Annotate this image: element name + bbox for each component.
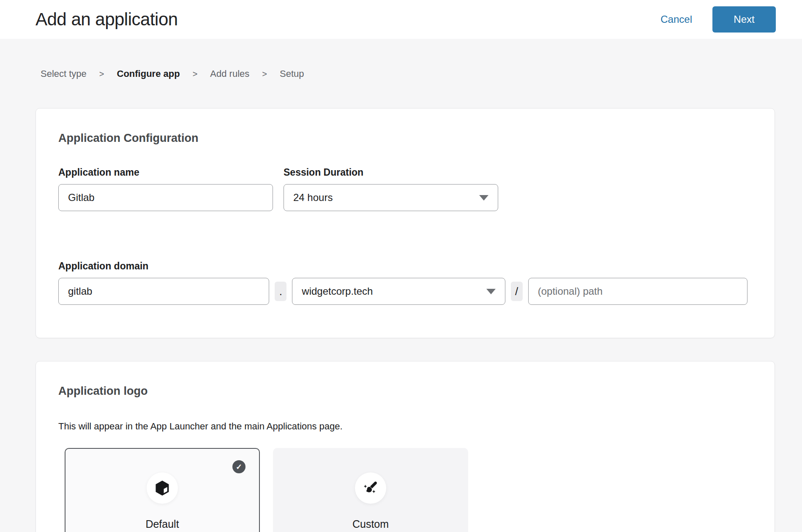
subdomain-input[interactable] bbox=[58, 278, 269, 305]
application-domain-label: Application domain bbox=[58, 261, 747, 272]
session-duration-group: Session Duration 24 hours bbox=[284, 167, 498, 211]
breadcrumb-separator: > bbox=[193, 69, 198, 79]
slash-separator: / bbox=[511, 282, 523, 301]
application-logo-card: Application logo This will appear in the… bbox=[35, 361, 775, 532]
breadcrumb: Select type > Configure app > Add rules … bbox=[41, 68, 802, 79]
session-duration-select[interactable]: 24 hours bbox=[284, 184, 498, 211]
application-name-input[interactable] bbox=[58, 184, 273, 211]
logo-option-default[interactable]: ✓ Default bbox=[65, 448, 260, 532]
breadcrumb-separator: > bbox=[262, 69, 267, 79]
custom-logo-circle bbox=[355, 472, 386, 504]
session-duration-value: 24 hours bbox=[293, 192, 333, 204]
next-button[interactable]: Next bbox=[712, 6, 776, 33]
logo-option-label: Default bbox=[145, 518, 179, 530]
application-name-group: Application name bbox=[58, 167, 273, 211]
default-logo-circle bbox=[147, 472, 178, 504]
logo-options-row: ✓ Default Custom bbox=[65, 448, 747, 532]
check-icon: ✓ bbox=[232, 460, 246, 473]
breadcrumb-step-select-type[interactable]: Select type bbox=[41, 68, 87, 79]
logo-option-label: Custom bbox=[352, 518, 389, 530]
paintbrush-icon bbox=[362, 480, 379, 497]
cancel-button[interactable]: Cancel bbox=[660, 14, 692, 25]
path-input[interactable] bbox=[528, 278, 747, 305]
breadcrumb-step-setup[interactable]: Setup bbox=[280, 68, 304, 79]
application-logo-description: This will appear in the App Launcher and… bbox=[58, 421, 747, 432]
logo-option-custom[interactable]: Custom bbox=[273, 448, 468, 532]
application-domain-row: . widgetcorp.tech / bbox=[58, 278, 747, 305]
domain-select[interactable]: widgetcorp.tech bbox=[292, 278, 505, 305]
breadcrumb-step-configure-app[interactable]: Configure app bbox=[117, 68, 180, 79]
cube-icon bbox=[154, 480, 171, 497]
breadcrumb-step-add-rules[interactable]: Add rules bbox=[210, 68, 249, 79]
session-duration-label: Session Duration bbox=[284, 167, 498, 178]
chevron-down-icon bbox=[486, 289, 496, 294]
application-configuration-card: Application Configuration Application na… bbox=[35, 108, 775, 338]
page-title: Add an application bbox=[35, 9, 178, 30]
domain-select-value: widgetcorp.tech bbox=[302, 285, 373, 297]
dot-separator: . bbox=[275, 282, 286, 301]
application-configuration-heading: Application Configuration bbox=[58, 132, 747, 145]
page-header: Add an application Cancel Next bbox=[0, 0, 802, 39]
header-actions: Cancel Next bbox=[660, 6, 776, 33]
breadcrumb-separator: > bbox=[99, 69, 104, 79]
chevron-down-icon bbox=[479, 195, 488, 201]
application-name-label: Application name bbox=[58, 167, 273, 178]
name-session-row: Application name Session Duration 24 hou… bbox=[58, 167, 747, 211]
application-logo-heading: Application logo bbox=[58, 385, 747, 398]
